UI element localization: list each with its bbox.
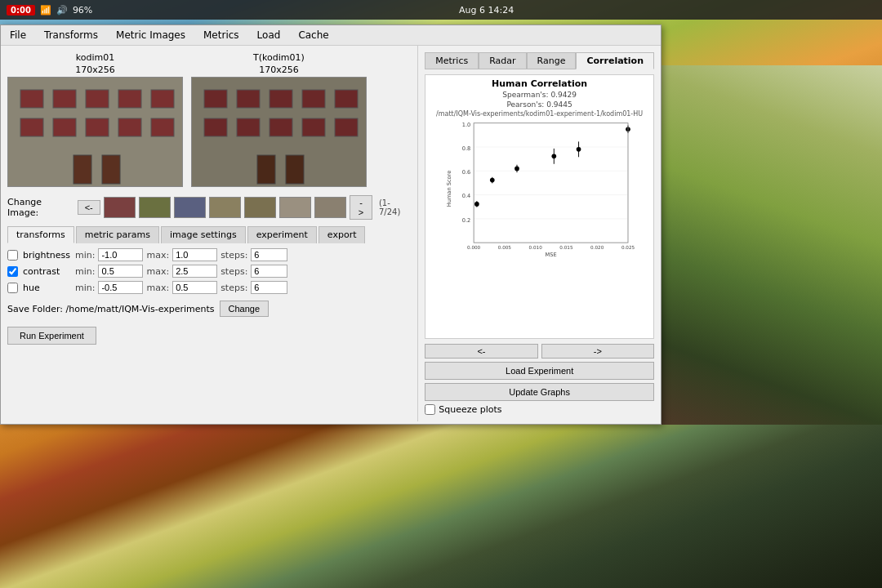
- menu-metric-images[interactable]: Metric Images: [114, 29, 188, 42]
- menu-file[interactable]: File: [7, 29, 29, 42]
- tab-image-settings[interactable]: image settings: [161, 226, 246, 243]
- image2-size: 170x256: [191, 65, 367, 75]
- brightness-steps-input[interactable]: [251, 248, 287, 261]
- brightness-max-input[interactable]: [172, 248, 217, 261]
- taskbar-clock: Aug 6 14:24: [97, 5, 875, 16]
- svg-text:0.4: 0.4: [462, 193, 471, 199]
- volume-icon: 🔊: [56, 5, 68, 16]
- thumb-6[interactable]: [279, 197, 311, 218]
- right-tab-correlation[interactable]: Correlation: [576, 52, 654, 69]
- chart-spearman: Spearman's: 0.9429: [429, 91, 650, 99]
- brightness-min-input[interactable]: [98, 248, 143, 261]
- hue-checkbox[interactable]: [7, 283, 18, 293]
- brightness-checkbox[interactable]: [7, 250, 18, 261]
- svg-text:1.0: 1.0: [462, 122, 471, 128]
- svg-text:Human Score: Human Score: [446, 171, 452, 207]
- svg-point-53: [577, 147, 581, 152]
- right-tab-range[interactable]: Range: [527, 52, 577, 69]
- contrast-min-input[interactable]: [98, 265, 143, 278]
- bottom-controls: <- -> Load Experiment Update Graphs Sque…: [425, 344, 654, 415]
- right-tab-metrics[interactable]: Metrics: [425, 52, 479, 69]
- svg-rect-3: [86, 90, 109, 108]
- chart-next-btn[interactable]: ->: [541, 344, 654, 359]
- right-panel: Metrics Radar Range Correlation Human Co…: [418, 46, 661, 421]
- svg-rect-8: [86, 118, 109, 136]
- chart-prev-btn[interactable]: <-: [425, 344, 537, 359]
- svg-point-49: [514, 167, 519, 172]
- app-window: File Transforms Metric Images Metrics Lo…: [0, 24, 662, 425]
- wifi-icon: 📶: [40, 5, 51, 16]
- svg-text:0.020: 0.020: [590, 245, 604, 250]
- hue-min-input[interactable]: [98, 281, 143, 294]
- svg-rect-6: [20, 118, 43, 136]
- right-tab-radar[interactable]: Radar: [479, 52, 526, 69]
- thumb-1[interactable]: [104, 197, 136, 218]
- prev-image-btn[interactable]: <-: [78, 200, 100, 215]
- save-folder-row: Save Folder: /home/matt/IQM-Vis-experime…: [7, 301, 411, 317]
- svg-text:0.005: 0.005: [498, 245, 512, 250]
- thumb-2[interactable]: [139, 197, 171, 218]
- svg-rect-18: [335, 90, 358, 108]
- tab-transforms[interactable]: transforms: [7, 226, 74, 243]
- squeeze-plots-checkbox[interactable]: [425, 404, 435, 415]
- contrast-steps-input[interactable]: [251, 265, 287, 278]
- thumb-4[interactable]: [209, 197, 241, 218]
- hue-steps-label: steps:: [220, 283, 247, 293]
- menu-cache[interactable]: Cache: [296, 29, 331, 42]
- hue-max-label: max:: [146, 283, 169, 293]
- svg-rect-10: [151, 118, 174, 136]
- hue-steps-input[interactable]: [251, 281, 287, 294]
- svg-text:0.8: 0.8: [462, 145, 471, 152]
- thumb-7[interactable]: [314, 197, 346, 218]
- contrast-row: contrast min: max: steps:: [7, 265, 411, 278]
- right-tab-bar: Metrics Radar Range Correlation: [425, 52, 654, 69]
- run-experiment-btn[interactable]: Run Experiment: [7, 327, 96, 345]
- svg-rect-5: [151, 90, 174, 108]
- hue-max-input[interactable]: [172, 281, 217, 294]
- svg-point-45: [474, 202, 479, 207]
- content-area: kodim01 170x256: [1, 46, 661, 421]
- chart-container: Human Correlation Spearman's: 0.9429 Pea…: [425, 74, 654, 339]
- chart-title: Human Correlation: [429, 78, 650, 89]
- svg-rect-14: [204, 90, 227, 108]
- change-folder-btn[interactable]: Change: [220, 301, 270, 317]
- battery-icon: 96%: [73, 5, 92, 16]
- contrast-label: contrast: [23, 266, 72, 277]
- menu-transforms[interactable]: Transforms: [42, 29, 100, 42]
- change-image-label: Change Image:: [7, 197, 74, 218]
- left-panel: kodim01 170x256: [1, 46, 418, 421]
- svg-rect-25: [286, 155, 304, 184]
- contrast-max-input[interactable]: [172, 265, 217, 278]
- taskbar: 0:00 📶 🔊 96% Aug 6 14:24: [0, 0, 882, 20]
- svg-rect-19: [204, 118, 227, 136]
- thumb-3[interactable]: [174, 197, 206, 218]
- svg-rect-26: [474, 123, 628, 243]
- contrast-checkbox[interactable]: [7, 266, 18, 277]
- brightness-min-label: min:: [75, 250, 95, 261]
- next-image-btn[interactable]: ->: [350, 195, 372, 220]
- tab-experiment[interactable]: experiment: [247, 226, 317, 243]
- load-experiment-btn[interactable]: Load Experiment: [425, 362, 654, 380]
- image1-name: kodim01: [7, 52, 183, 63]
- brightness-label: brightness: [23, 250, 72, 261]
- image2-display: [191, 77, 367, 187]
- thumb-5[interactable]: [244, 197, 276, 218]
- taskbar-left: 0:00 📶 🔊 96%: [7, 5, 92, 16]
- brightness-steps-label: steps:: [220, 250, 247, 261]
- brightness-max-label: max:: [146, 250, 169, 261]
- svg-point-51: [552, 154, 557, 159]
- hue-label: hue: [23, 283, 72, 293]
- svg-text:0.015: 0.015: [560, 245, 574, 250]
- tab-export[interactable]: export: [318, 226, 366, 243]
- svg-rect-23: [335, 118, 358, 136]
- menu-load[interactable]: Load: [255, 29, 283, 42]
- update-graphs-btn[interactable]: Update Graphs: [425, 383, 654, 401]
- svg-rect-15: [237, 90, 260, 108]
- desktop-illustration: [637, 65, 882, 425]
- menu-metrics[interactable]: Metrics: [201, 29, 242, 42]
- chart-nav-row: <- ->: [425, 344, 654, 359]
- contrast-min-label: min:: [75, 266, 95, 277]
- tab-metric-params[interactable]: metric params: [76, 226, 159, 243]
- svg-rect-17: [302, 90, 325, 108]
- left-tab-bar: transforms metric params image settings …: [7, 226, 411, 243]
